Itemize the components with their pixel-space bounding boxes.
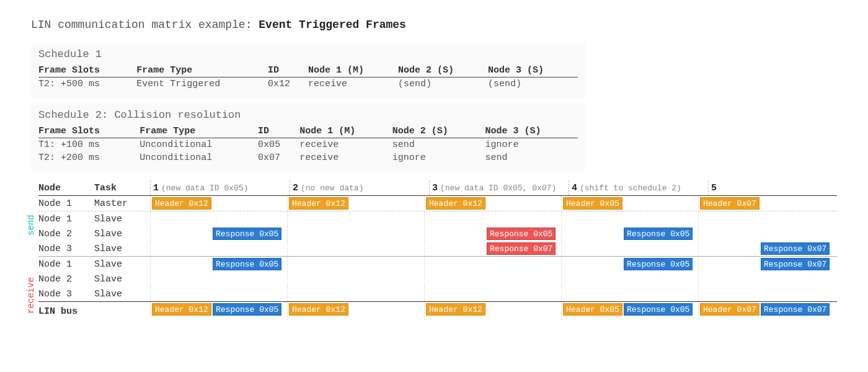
title-emphasis: Event Triggered Frames xyxy=(259,19,406,31)
header-badge: Header 0x07 xyxy=(700,197,760,210)
row-node: Node 2 xyxy=(38,229,94,239)
row-node: Node 3 xyxy=(38,289,94,299)
cell-node3: ignore xyxy=(485,138,578,152)
slot-number: 4 xyxy=(572,183,577,193)
row-task: Slave xyxy=(94,244,150,254)
row-task: Slave xyxy=(94,274,150,285)
col-node1: Node 1 (M) xyxy=(308,64,398,78)
slot-note: (no new data) xyxy=(301,184,363,193)
slot-header-2: 2 (no new data) xyxy=(290,180,429,195)
row-task: Master xyxy=(94,198,150,209)
timing-row-recv-n1: Node 1 Slave Response 0x05 Response 0x05… xyxy=(38,256,837,272)
side-label-send: send xyxy=(26,206,36,244)
cell-node3: send xyxy=(485,151,578,164)
header-badge: Header 0x12 xyxy=(289,197,348,210)
cell-type: Unconditional xyxy=(140,138,258,152)
row-node: Node 1 xyxy=(38,214,94,224)
slot-header-3: 3 (new data ID 0x05, 0x07) xyxy=(429,180,569,195)
col-node2: Node 2 (S) xyxy=(398,64,488,78)
timing-row-recv-n2: Node 2 Slave xyxy=(38,272,837,286)
cell-id: 0x12 xyxy=(268,78,308,91)
header-badge: Header 0x12 xyxy=(426,197,485,210)
table-header-row: Frame Slots Frame Type ID Node 1 (M) Nod… xyxy=(38,125,578,138)
response-badge: Response 0x05 xyxy=(213,228,281,240)
page-title: LIN communication matrix example: Event … xyxy=(31,19,837,31)
timing-row-recv-n3: Node 3 Slave xyxy=(38,286,837,301)
collision-badge: Response 0x05 xyxy=(487,228,556,240)
col-node: Node xyxy=(38,183,94,193)
cell-node3: (send) xyxy=(488,78,578,91)
col-frame-type: Frame Type xyxy=(140,125,258,138)
table-row: T2: +500 ms Event Triggered 0x12 receive… xyxy=(38,78,578,91)
col-id: ID xyxy=(258,125,299,138)
header-badge: Header 0x05 xyxy=(563,197,622,210)
slot-number: 2 xyxy=(293,183,298,193)
cell-node2: (send) xyxy=(398,78,488,91)
row-node: LIN bus xyxy=(38,306,94,317)
cell-slot: T2: +200 ms xyxy=(38,151,140,164)
timing-row-master: Node 1 Master Header 0x12 Header 0x12 He… xyxy=(38,196,837,211)
schedule-2-table: Frame Slots Frame Type ID Node 1 (M) Nod… xyxy=(38,125,578,164)
cell-slot: T1: +100 ms xyxy=(38,138,140,152)
slot-header-4: 4 (shift to schedule 2) xyxy=(569,180,708,195)
col-node1: Node 1 (M) xyxy=(299,125,392,138)
schedule-1-title: Schedule 1 xyxy=(38,48,578,60)
col-node3: Node 3 (S) xyxy=(485,125,578,138)
table-row: T1: +100 ms Unconditional 0x05 receive s… xyxy=(38,138,578,152)
cell-type: Unconditional xyxy=(140,151,258,164)
table-row: T2: +200 ms Unconditional 0x07 receive i… xyxy=(38,151,578,164)
response-badge: Response 0x05 xyxy=(624,228,693,240)
slot-number: 3 xyxy=(432,183,438,193)
schedule-2-box: Schedule 2: Collision resolution Frame S… xyxy=(31,104,585,172)
col-task: Task xyxy=(94,183,150,193)
cell-node1: receive xyxy=(299,151,392,164)
table-header-row: Frame Slots Frame Type ID Node 1 (M) Nod… xyxy=(38,64,578,78)
cell-node1: receive xyxy=(308,78,398,91)
schedule-1-table: Frame Slots Frame Type ID Node 1 (M) Nod… xyxy=(38,64,578,91)
cell-id: 0x05 xyxy=(258,138,299,152)
slot-header-1: 1 (new data ID 0x05) xyxy=(150,180,290,195)
slot-note: (new data ID 0x05, 0x07) xyxy=(440,184,556,193)
header-badge: Header 0x12 xyxy=(152,197,211,210)
row-task: Slave xyxy=(94,259,150,270)
response-badge: Response 0x05 xyxy=(624,303,693,316)
title-prefix: LIN communication matrix example: xyxy=(31,19,252,31)
row-node: Node 3 xyxy=(38,244,94,254)
row-task: Slave xyxy=(94,229,150,239)
timing-diagram: send receive Node Task 1 (new data ID 0x… xyxy=(31,180,837,321)
timing-row-send-n1: Node 1 Slave xyxy=(38,211,837,226)
slot-number: 5 xyxy=(711,183,717,193)
slot-header-5: 5 xyxy=(708,180,848,195)
cell-type: Event Triggered xyxy=(136,78,268,91)
slot-note: (new data ID 0x05) xyxy=(161,184,248,193)
header-badge: Header 0x07 xyxy=(700,303,760,316)
response-badge: Response 0x07 xyxy=(761,303,830,316)
cell-node2: ignore xyxy=(392,151,485,164)
col-frame-slots: Frame Slots xyxy=(38,64,136,78)
response-badge: Response 0x07 xyxy=(761,242,830,255)
slot-number: 1 xyxy=(153,183,159,193)
row-node: Node 2 xyxy=(38,274,94,285)
response-badge: Response 0x05 xyxy=(213,258,281,270)
response-badge: Response 0x07 xyxy=(761,258,830,270)
header-badge: Header 0x05 xyxy=(563,303,622,316)
timing-row-send-n3: Node 3 Slave Response 0x07 Response 0x07 xyxy=(38,241,837,256)
schedule-2-title: Schedule 2: Collision resolution xyxy=(38,109,578,121)
header-badge: Header 0x12 xyxy=(426,303,485,316)
col-frame-type: Frame Type xyxy=(136,64,268,78)
row-task: Slave xyxy=(94,289,150,299)
row-node: Node 1 xyxy=(38,259,94,270)
col-node2: Node 2 (S) xyxy=(392,125,485,138)
cell-node1: receive xyxy=(299,138,392,152)
side-label-receive: receive xyxy=(26,273,36,318)
response-badge: Response 0x05 xyxy=(624,258,693,270)
header-badge: Header 0x12 xyxy=(289,303,348,316)
response-badge: Response 0x05 xyxy=(213,303,281,316)
cell-node2: send xyxy=(392,138,485,152)
schedule-1-box: Schedule 1 Frame Slots Frame Type ID Nod… xyxy=(31,43,585,98)
timing-header-row: Node Task 1 (new data ID 0x05) 2 (no new… xyxy=(38,180,837,196)
collision-badge: Response 0x07 xyxy=(487,242,556,255)
cell-id: 0x07 xyxy=(258,151,299,164)
timing-row-bus: LIN bus Header 0x12 Response 0x05 Header… xyxy=(38,301,837,321)
cell-slot: T2: +500 ms xyxy=(38,78,136,91)
